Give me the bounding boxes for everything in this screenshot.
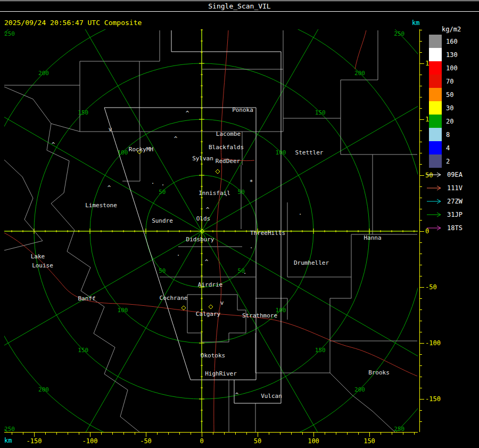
range-ring-250 [0, 0, 479, 448]
legend-level-100: 100 [429, 61, 458, 75]
radar-canvas[interactable] [0, 0, 479, 448]
site-id-label: 31JP [447, 211, 463, 218]
legend-level-70: 70 [429, 75, 458, 88]
azimuth-spoke [202, 231, 469, 386]
legend-level-value: 160 [446, 38, 458, 45]
azimuth-spoke [47, 231, 202, 448]
legend-level-130: 130 [429, 48, 458, 61]
site-id-label: 18TS [447, 224, 463, 232]
legend-color-swatch [429, 48, 442, 61]
legend-site-18ts: 18TS [426, 221, 463, 234]
range-ring-200 [0, 7, 425, 448]
legend-color-swatch [429, 128, 442, 141]
legend-site-31jp: 31JP [426, 208, 463, 221]
site-arrow-icon [426, 172, 444, 178]
radar-sites-legend: 09EA111V27ZW31JP18TS [426, 168, 463, 234]
radar-site-diamond [181, 306, 186, 310]
legend-level-160: 160 [429, 35, 458, 48]
site-arrow-icon [426, 185, 444, 191]
legend-color-swatch [429, 61, 442, 75]
legend-color-swatch [429, 101, 442, 115]
legend-site-27zw: 27ZW [426, 194, 463, 208]
color-scale-legend: 16013010070503020842 [429, 35, 458, 168]
legend-level-50: 50 [429, 88, 458, 101]
site-id-label: 27ZW [447, 198, 463, 205]
legend-color-swatch [429, 75, 442, 88]
azimuth-spoke [202, 231, 356, 448]
legend-color-swatch [429, 141, 442, 154]
site-id-label: 09EA [447, 171, 463, 178]
site-arrow-icon [426, 225, 444, 231]
azimuth-spoke [202, 0, 356, 231]
radar-site-diamond [216, 169, 220, 174]
radar-site-diamond [209, 305, 213, 309]
legend-level-value: 130 [446, 51, 458, 59]
scan-area-outline [104, 30, 281, 403]
legend-color-swatch [429, 88, 442, 101]
legend-site-111v: 111V [426, 181, 463, 194]
radar-app: Single_Scan_VIL 2025/09/24 20:56:47 UTC … [0, 0, 479, 448]
legend-level-value: 100 [446, 64, 458, 72]
site-arrow-icon [426, 211, 444, 218]
legend-level-8: 8 [429, 128, 458, 141]
legend-site-09ea: 09EA [426, 168, 463, 181]
legend-level-value: 50 [446, 91, 453, 99]
legend-level-4: 4 [429, 141, 458, 154]
azimuth-spoke [0, 77, 202, 231]
azimuth-spoke [0, 231, 202, 386]
legend-level-value: 70 [446, 78, 453, 85]
legend-level-value: 20 [446, 118, 453, 125]
legend-level-value: 4 [446, 144, 450, 152]
legend-level-value: 8 [446, 131, 450, 139]
legend-level-value: 30 [446, 104, 453, 112]
legend-level-value: 2 [446, 158, 450, 165]
site-id-label: 111V [447, 184, 463, 192]
legend-level-20: 20 [429, 115, 458, 128]
legend-color-swatch [429, 154, 442, 168]
range-rings-layer [0, 0, 479, 448]
radar-site-diamond [137, 150, 142, 154]
legend-color-swatch [429, 35, 442, 48]
legend-level-30: 30 [429, 101, 458, 115]
legend-color-swatch [429, 115, 442, 128]
legend-level-2: 2 [429, 154, 458, 168]
crosshair-axes [4, 29, 418, 432]
azimuth-spoke [47, 0, 202, 231]
site-arrow-icon [426, 198, 444, 205]
